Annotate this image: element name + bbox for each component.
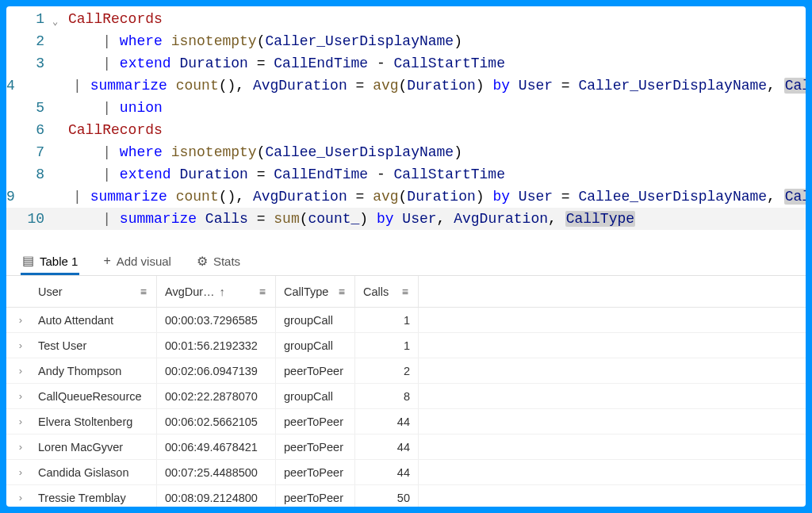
table-row[interactable]: ›Test User00:01:56.2192332groupCall1 [6, 333, 806, 358]
tab-stats-label: Stats [213, 255, 240, 268]
cell-calltype: peerToPeer [276, 435, 355, 459]
line-number: 1 [6, 8, 54, 30]
tab-add-visual[interactable]: + Add visual [102, 250, 173, 273]
hamburger-icon[interactable]: ≡ [140, 285, 147, 298]
col-header-calls[interactable]: Calls ≡ [355, 276, 419, 307]
cell-avgduration: 00:02:22.2878070 [157, 384, 276, 408]
expand-icon[interactable]: › [11, 492, 30, 503]
cell-avgduration: 00:01:56.2192332 [157, 333, 276, 358]
expand-icon[interactable]: › [11, 339, 30, 351]
cell-calls: 8 [355, 384, 419, 408]
results-grid: User ≡ AvgDur… ↑ ≡ CallType ≡ Calls ≡ ›A… [6, 276, 806, 507]
code-content[interactable]: | extend Duration = CallEndTime - CallSt… [54, 52, 798, 75]
cell-avgduration: 00:08:09.2124800 [157, 485, 276, 507]
tab-stats[interactable]: ⚙ Stats [195, 250, 242, 273]
expand-icon[interactable]: › [11, 466, 30, 478]
code-line[interactable]: 2 | where isnotempty(Caller_UserDisplayN… [6, 30, 806, 52]
col-header-avgduration-label: AvgDur… [165, 285, 215, 298]
tab-table-label: Table 1 [40, 255, 78, 268]
code-content[interactable]: | union [54, 97, 798, 119]
cell-user: Elvera Stoltenberg [30, 409, 157, 434]
cell-calltype: peerToPeer [276, 409, 355, 434]
cell-user: Loren MacGyver [30, 435, 157, 459]
query-editor[interactable]: 1⌄CallRecords2 | where isnotempty(Caller… [6, 6, 806, 241]
app-frame: 1⌄CallRecords2 | where isnotempty(Caller… [6, 6, 806, 507]
table-icon: ▤ [22, 255, 34, 267]
line-number: 9 [6, 186, 25, 208]
cell-calltype: peerToPeer [276, 460, 355, 484]
expand-icon[interactable]: › [11, 365, 30, 377]
expand-icon[interactable]: › [11, 390, 30, 402]
expand-icon[interactable]: › [11, 441, 30, 453]
cell-user: Andy Thompson [30, 358, 157, 383]
code-content[interactable]: | where isnotempty(Callee_UserDisplayNam… [54, 141, 798, 163]
sort-asc-icon: ↑ [220, 285, 225, 298]
line-number: 8 [6, 163, 54, 186]
cell-avgduration: 00:07:25.4488500 [157, 460, 276, 484]
line-number: 2 [6, 30, 54, 52]
table-row[interactable]: ›Tressie Tremblay00:08:09.2124800peerToP… [6, 485, 806, 507]
gear-icon: ⚙ [197, 255, 208, 268]
line-number: 10 [6, 208, 54, 230]
code-line[interactable]: 5 | union [6, 97, 806, 119]
plus-icon: + [103, 255, 110, 267]
cell-user: Test User [30, 333, 157, 358]
col-header-user-label: User [38, 285, 63, 298]
code-line[interactable]: 4 | summarize count(), AvgDuration = avg… [6, 75, 806, 97]
cell-calls: 44 [355, 435, 419, 459]
grid-body: ›Auto Attendant00:00:03.7296585groupCall… [6, 308, 806, 507]
code-line[interactable]: 10 | summarize Calls = sum(count_) by Us… [6, 208, 806, 230]
cell-user: Candida Gislason [30, 460, 157, 484]
hamburger-icon[interactable]: ≡ [339, 285, 345, 298]
col-header-user[interactable]: User ≡ [30, 276, 157, 307]
code-content[interactable]: CallRecords [54, 119, 798, 141]
table-row[interactable]: ›Candida Gislason00:07:25.4488500peerToP… [6, 460, 806, 485]
expand-icon[interactable]: › [11, 415, 30, 427]
cell-calltype: groupCall [276, 308, 355, 332]
line-number: 7 [6, 141, 54, 163]
cell-calltype: peerToPeer [276, 358, 355, 383]
cell-calls: 44 [355, 460, 419, 484]
col-header-calltype-label: CallType [284, 285, 328, 298]
table-row[interactable]: ›Andy Thompson00:02:06.0947139peerToPeer… [6, 358, 806, 384]
cell-avgduration: 00:02:06.0947139 [157, 358, 276, 383]
cell-calltype: groupCall [276, 333, 355, 358]
cell-avgduration: 00:06:49.4678421 [157, 435, 276, 459]
cell-user: CallQueueResource [30, 384, 157, 408]
cell-avgduration: 00:06:02.5662105 [157, 409, 276, 434]
cell-calltype: groupCall [276, 384, 355, 408]
code-content[interactable]: CallRecords [54, 8, 798, 30]
cell-user: Tressie Tremblay [30, 485, 157, 507]
code-line[interactable]: 6CallRecords [6, 119, 806, 141]
tab-table[interactable]: ▤ Table 1 [21, 250, 79, 275]
hamburger-icon[interactable]: ≡ [402, 285, 408, 298]
code-content[interactable]: | extend Duration = CallEndTime - CallSt… [54, 163, 798, 186]
cell-user: Auto Attendant [30, 308, 157, 332]
col-header-avgduration[interactable]: AvgDur… ↑ ≡ [157, 276, 276, 307]
code-line[interactable]: 3 | extend Duration = CallEndTime - Call… [6, 52, 806, 75]
code-line[interactable]: 9 | summarize count(), AvgDuration = avg… [6, 186, 806, 208]
code-content[interactable]: | summarize count(), AvgDuration = avg(D… [25, 186, 806, 208]
table-row[interactable]: ›Auto Attendant00:00:03.7296585groupCall… [6, 308, 806, 333]
line-number: 6 [6, 119, 54, 141]
cell-calls: 2 [355, 358, 419, 383]
code-content[interactable]: | summarize count(), AvgDuration = avg(D… [25, 75, 806, 97]
cell-calls: 44 [355, 409, 419, 434]
results-tabbar: ▤ Table 1 + Add visual ⚙ Stats [6, 241, 806, 276]
cell-calls: 50 [355, 485, 419, 507]
expand-icon[interactable]: › [11, 314, 30, 326]
table-row[interactable]: ›CallQueueResource00:02:22.2878070groupC… [6, 384, 806, 409]
code-line[interactable]: 8 | extend Duration = CallEndTime - Call… [6, 163, 806, 186]
table-row[interactable]: ›Elvera Stoltenberg00:06:02.5662105peerT… [6, 409, 806, 435]
cell-calls: 1 [355, 333, 419, 358]
line-number: 4 [6, 75, 25, 97]
col-header-calltype[interactable]: CallType ≡ [276, 276, 355, 307]
hamburger-icon[interactable]: ≡ [259, 285, 266, 298]
code-content[interactable]: | summarize Calls = sum(count_) by User,… [54, 208, 798, 230]
table-row[interactable]: ›Loren MacGyver00:06:49.4678421peerToPee… [6, 435, 806, 460]
code-line[interactable]: 1⌄CallRecords [6, 8, 806, 30]
code-line[interactable]: 7 | where isnotempty(Callee_UserDisplayN… [6, 141, 806, 163]
cell-avgduration: 00:00:03.7296585 [157, 308, 276, 332]
cell-calls: 1 [355, 308, 419, 332]
code-content[interactable]: | where isnotempty(Caller_UserDisplayNam… [54, 30, 798, 52]
